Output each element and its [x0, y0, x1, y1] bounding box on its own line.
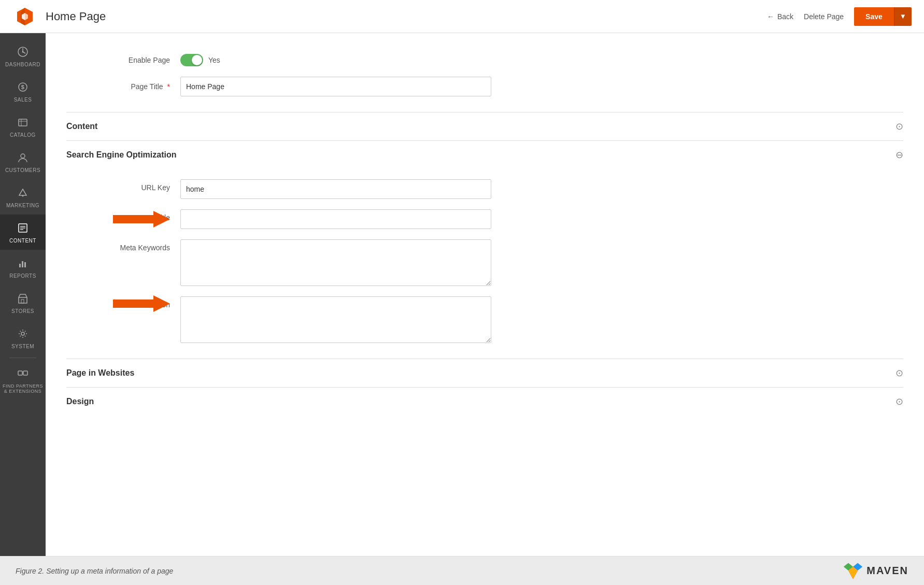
stores-icon	[16, 291, 30, 306]
system-icon	[16, 326, 30, 341]
svg-rect-27	[23, 371, 27, 375]
dashboard-label: DASHBOARD	[5, 62, 40, 67]
catalog-icon	[16, 115, 30, 130]
main-layout: DASHBOARD $ SALES CATALOG	[0, 33, 924, 556]
header-actions: ← Back Delete Page Save ▼	[767, 7, 912, 26]
svg-rect-21	[22, 261, 23, 267]
meta-description-input[interactable]	[180, 296, 491, 343]
svg-rect-20	[19, 264, 21, 267]
system-label: SYSTEM	[11, 344, 34, 349]
top-header: Home Page ← Back Delete Page Save ▼	[0, 0, 924, 33]
page-in-websites-chevron: ⊙	[895, 367, 903, 379]
back-label: Back	[777, 12, 793, 21]
svg-rect-22	[24, 262, 26, 267]
save-button[interactable]: Save	[854, 7, 894, 26]
page-in-websites-title: Page in Websites	[66, 368, 134, 378]
back-arrow-icon: ←	[767, 12, 774, 21]
sidebar-item-sales[interactable]: $ SALES	[0, 74, 46, 109]
seo-section-content: URL Key Meta Title Meta Keywords	[66, 169, 903, 359]
url-key-row: URL Key	[66, 179, 903, 199]
enable-page-row: Enable Page Yes	[66, 54, 903, 66]
back-button[interactable]: ← Back	[767, 12, 793, 21]
stores-label: STORES	[11, 308, 34, 314]
page-title-row: Page Title *	[66, 77, 903, 96]
maven-diamonds-icon	[843, 562, 863, 580]
save-dropdown-button[interactable]: ▼	[894, 7, 912, 26]
marketing-icon	[16, 186, 30, 200]
delete-page-button[interactable]: Delete Page	[804, 12, 844, 21]
meta-keywords-row: Meta Keywords	[66, 239, 903, 286]
sidebar: DASHBOARD $ SALES CATALOG	[0, 33, 46, 556]
svg-point-7	[22, 51, 24, 53]
sidebar-item-partners[interactable]: FIND PARTNERS & EXTENSIONS	[0, 360, 46, 400]
svg-rect-10	[19, 119, 27, 126]
partners-label: FIND PARTNERS & EXTENSIONS	[2, 383, 44, 394]
arrow-annotation-2	[113, 293, 170, 314]
sidebar-item-reports[interactable]: REPORTS	[0, 250, 46, 285]
enable-page-value: Yes	[208, 56, 220, 64]
sidebar-item-system[interactable]: SYSTEM	[0, 320, 46, 355]
sidebar-divider	[9, 358, 37, 358]
content-section-title: Content	[66, 122, 97, 131]
svg-point-13	[21, 154, 25, 158]
svg-rect-23	[19, 297, 27, 303]
partners-icon	[16, 366, 30, 381]
svg-text:$: $	[21, 84, 25, 90]
content-label: CONTENT	[9, 238, 36, 244]
meta-title-input[interactable]	[180, 209, 491, 229]
page-title: Home Page	[46, 10, 767, 23]
sidebar-item-catalog[interactable]: CATALOG	[0, 109, 46, 144]
meta-keywords-input[interactable]	[180, 239, 491, 286]
sidebar-item-content[interactable]: CONTENT	[0, 215, 46, 250]
arrow-annotation-1	[113, 209, 170, 230]
sidebar-item-dashboard[interactable]: DASHBOARD	[0, 38, 46, 74]
sales-icon: $	[16, 80, 30, 94]
sidebar-item-stores[interactable]: STORES	[0, 285, 46, 320]
design-section-chevron: ⊙	[895, 396, 903, 407]
meta-title-row: Meta Title	[66, 209, 903, 229]
seo-section-title: Search Engine Optimization	[66, 150, 176, 160]
content-section-header[interactable]: Content ⊙	[66, 112, 903, 140]
maven-label: MAVEN	[866, 565, 908, 577]
page-in-websites-section-header[interactable]: Page in Websites ⊙	[66, 359, 903, 387]
content-section-chevron: ⊙	[895, 121, 903, 132]
toggle-knob	[192, 55, 202, 65]
catalog-label: CATALOG	[10, 132, 36, 138]
url-key-input[interactable]	[180, 179, 491, 199]
svg-marker-14	[19, 189, 26, 195]
meta-description-row: Meta Description	[66, 296, 903, 343]
svg-marker-30	[113, 295, 170, 312]
seo-section-header[interactable]: Search Engine Optimization ⊖	[66, 140, 903, 169]
svg-rect-26	[18, 371, 22, 375]
content-icon	[16, 221, 30, 235]
reports-icon	[16, 256, 30, 270]
required-indicator: *	[167, 82, 170, 91]
svg-point-25	[21, 332, 24, 335]
enable-page-label: Enable Page	[66, 56, 180, 64]
design-section-header[interactable]: Design ⊙	[66, 387, 903, 416]
magento-logo	[12, 4, 37, 29]
marketing-label: MARKETING	[6, 203, 39, 208]
page-title-input[interactable]	[180, 77, 491, 96]
sidebar-item-marketing[interactable]: MARKETING	[0, 179, 46, 215]
svg-rect-24	[21, 299, 24, 303]
customers-label: CUSTOMERS	[5, 167, 40, 173]
content-area: Enable Page Yes Page Title * Content ⊙ S…	[46, 33, 924, 556]
reports-label: REPORTS	[9, 273, 36, 279]
meta-keywords-label: Meta Keywords	[66, 239, 180, 252]
svg-marker-29	[113, 211, 170, 227]
toggle-container: Yes	[180, 54, 220, 66]
dashboard-icon	[16, 45, 30, 59]
page-title-label: Page Title *	[66, 82, 180, 91]
sales-label: SALES	[14, 97, 32, 103]
url-key-label: URL Key	[66, 179, 180, 192]
sidebar-item-customers[interactable]: CUSTOMERS	[0, 144, 46, 179]
seo-section-chevron: ⊖	[895, 149, 903, 161]
svg-point-15	[22, 195, 24, 197]
enable-page-toggle[interactable]	[180, 54, 203, 66]
customers-icon	[16, 150, 30, 165]
footer: Figure 2. Setting up a meta information …	[0, 556, 924, 585]
chevron-down-icon: ▼	[900, 12, 906, 20]
footer-caption: Figure 2. Setting up a meta information …	[16, 567, 173, 575]
design-section-title: Design	[66, 397, 94, 406]
